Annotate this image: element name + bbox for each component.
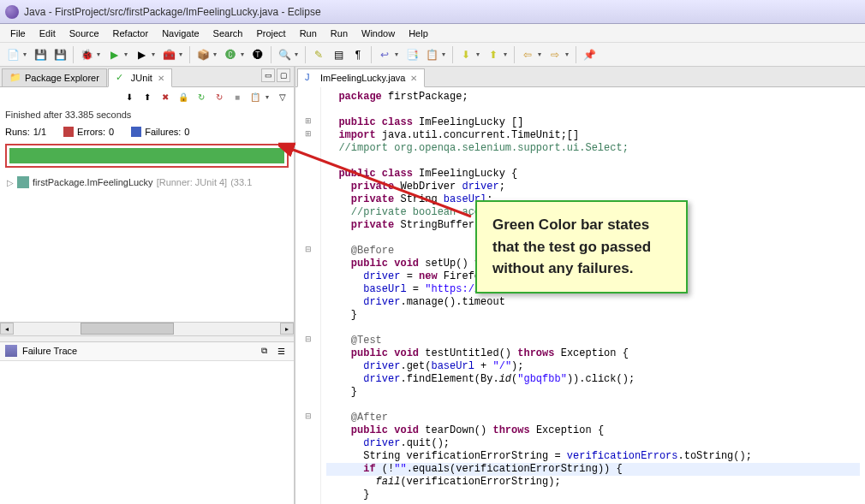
menu-run[interactable]: Run	[324, 26, 355, 41]
editor-gutter: ⊞⊞⊟⊟⊟	[295, 87, 321, 504]
left-panel: 📁 Package Explorer ✓ JUnit ✕ ▭ ▢ ⬇ ⬆ ✖ 🔒…	[0, 67, 295, 504]
scroll-left-icon[interactable]: ◂	[0, 323, 14, 335]
junit-icon: ✓	[116, 72, 128, 84]
save-all-icon[interactable]: 💾	[51, 45, 69, 64]
junit-counts: Runs: 1/1 Errors: 0 Failures: 0	[0, 123, 294, 140]
eclipse-icon	[5, 5, 19, 19]
failures-count: Failures: 0	[131, 127, 189, 137]
menu-run[interactable]: Run	[293, 26, 324, 41]
menu-navigate[interactable]: Navigate	[155, 26, 206, 41]
menu-window[interactable]: Window	[355, 26, 402, 41]
prev-annotation-icon[interactable]: ⬆	[484, 45, 503, 64]
maximize-icon[interactable]: ▢	[277, 68, 290, 82]
new-icon[interactable]: 📄	[3, 45, 22, 64]
prev-failure-icon[interactable]: ⬆	[140, 89, 155, 104]
failure-trace-area	[0, 361, 294, 505]
rerun-failed-icon[interactable]: ↻	[212, 89, 227, 104]
editor-tab[interactable]: J ImFeelingLucky.java ✕	[297, 68, 425, 87]
main-toolbar: 📄▾ 💾 💾 🐞▾ ▶▾ ▶▾ 🧰▾ 📦▾ 🅒▾ 🅣 🔍▾ ✎ ▤ ¶ ↩▾ 📑…	[0, 43, 865, 67]
minimize-icon[interactable]: ▭	[261, 68, 275, 82]
failure-trace-header: Failure Trace ⧉ ☰	[0, 342, 294, 361]
tab-label: Package Explorer	[25, 73, 99, 83]
package-explorer-icon: 📁	[9, 72, 21, 84]
code-editor[interactable]: ⊞⊞⊟⊟⊟ package firstPackage; public class…	[295, 87, 865, 504]
code-text[interactable]: package firstPackage; public class ImFee…	[321, 87, 865, 504]
tab-label: JUnit	[131, 73, 152, 83]
filter-icon[interactable]: ☰	[273, 343, 289, 359]
external-tools-icon[interactable]: 🧰	[159, 45, 178, 64]
menu-search[interactable]: Search	[206, 26, 250, 41]
failure-trace-label: Failure Trace	[22, 346, 77, 356]
partition-icon[interactable]: 📑	[403, 45, 421, 64]
history-icon[interactable]: 📋	[248, 89, 263, 104]
stop-icon[interactable]: ■	[230, 89, 245, 104]
tab-junit[interactable]: ✓ JUnit ✕	[108, 68, 172, 87]
new-class-icon[interactable]: 🅒	[221, 45, 240, 64]
tab-package-explorer[interactable]: 📁 Package Explorer	[2, 68, 107, 86]
next-failure-icon[interactable]: ⬇	[122, 89, 137, 104]
tree-item[interactable]: ▷ firstPackage.ImFeelingLucky [Runner: J…	[3, 175, 290, 190]
tree-item-time: (33.1	[230, 177, 252, 187]
editor-tabs: J ImFeelingLucky.java ✕	[295, 67, 865, 87]
next-annotation-icon[interactable]: ⬇	[456, 45, 475, 64]
tree-item-runner: [Runner: JUnit 4]	[157, 177, 228, 187]
search-icon[interactable]: 🔍	[275, 45, 294, 64]
menu-help[interactable]: Help	[402, 26, 435, 41]
toggle-mark-icon[interactable]: ✎	[309, 45, 328, 64]
show-failures-icon[interactable]: ✖	[158, 89, 173, 104]
show-whitespace-icon[interactable]: ¶	[349, 45, 367, 64]
menu-refactor[interactable]: Refactor	[106, 26, 156, 41]
compare-icon[interactable]: ⧉	[256, 343, 271, 359]
new-package-icon[interactable]: 📦	[194, 45, 212, 64]
junit-status: Finished after 33.385 seconds	[0, 106, 294, 123]
save-icon[interactable]: 💾	[31, 45, 50, 64]
debug-icon[interactable]: 🐞	[77, 45, 96, 64]
expand-icon[interactable]: ▷	[7, 178, 14, 187]
open-type-icon[interactable]: 🅣	[248, 45, 267, 64]
report-icon[interactable]: 📋	[422, 45, 441, 64]
scroll-right-icon[interactable]: ▸	[280, 323, 294, 335]
horizontal-splitter[interactable]	[0, 335, 294, 342]
refactor-icon[interactable]: ↩	[375, 45, 394, 64]
test-suite-icon	[17, 176, 29, 188]
junit-progress-bar	[9, 148, 284, 163]
annotation-callout: Green Color bar states that the test go …	[475, 200, 688, 294]
workspace: 📁 Package Explorer ✓ JUnit ✕ ▭ ▢ ⬇ ⬆ ✖ 🔒…	[0, 67, 865, 504]
close-icon[interactable]: ✕	[158, 74, 164, 83]
horizontal-scrollbar[interactable]: ◂ ▸	[0, 322, 294, 335]
menu-bar: FileEditSourceRefactorNavigateSearchProj…	[0, 24, 865, 43]
rerun-icon[interactable]: ↻	[194, 89, 209, 104]
menu-file[interactable]: File	[3, 26, 33, 41]
forward-icon[interactable]: ⇨	[546, 45, 564, 64]
menu-source[interactable]: Source	[63, 26, 106, 41]
editor-panel: J ImFeelingLucky.java ✕ ⊞⊞⊟⊟⊟ package fi…	[295, 67, 865, 504]
window-title: Java - FirstProject/src/firstPackage/ImF…	[24, 6, 321, 18]
tree-item-name: firstPackage.ImFeelingLucky	[33, 177, 153, 187]
errors-count: Errors: 0	[63, 127, 114, 137]
toggle-block-icon[interactable]: ▤	[329, 45, 348, 64]
scroll-lock-icon[interactable]: 🔒	[176, 89, 191, 104]
progress-highlight	[5, 144, 289, 168]
view-menu-icon[interactable]: ▽	[275, 89, 290, 104]
junit-tree[interactable]: ▷ firstPackage.ImFeelingLucky [Runner: J…	[0, 171, 294, 322]
menu-project[interactable]: Project	[249, 26, 292, 41]
menu-edit[interactable]: Edit	[33, 26, 63, 41]
title-bar: Java - FirstProject/src/firstPackage/ImF…	[0, 0, 865, 24]
failure-icon	[131, 127, 141, 137]
java-file-icon: J	[305, 72, 317, 84]
editor-tab-label: ImFeelingLucky.java	[320, 73, 405, 83]
stack-icon	[5, 345, 17, 357]
left-tabs: 📁 Package Explorer ✓ JUnit ✕ ▭ ▢	[0, 67, 294, 87]
close-icon[interactable]: ✕	[410, 74, 417, 83]
error-icon	[63, 127, 74, 137]
pin-icon[interactable]: 📌	[580, 45, 599, 64]
back-icon[interactable]: ⇦	[518, 45, 537, 64]
run-last-icon[interactable]: ▶	[132, 45, 151, 64]
run-icon[interactable]: ▶	[104, 45, 123, 64]
junit-toolbar: ⬇ ⬆ ✖ 🔒 ↻ ↻ ■ 📋▾ ▽	[0, 87, 294, 106]
runs-count: Runs: 1/1	[5, 127, 46, 137]
